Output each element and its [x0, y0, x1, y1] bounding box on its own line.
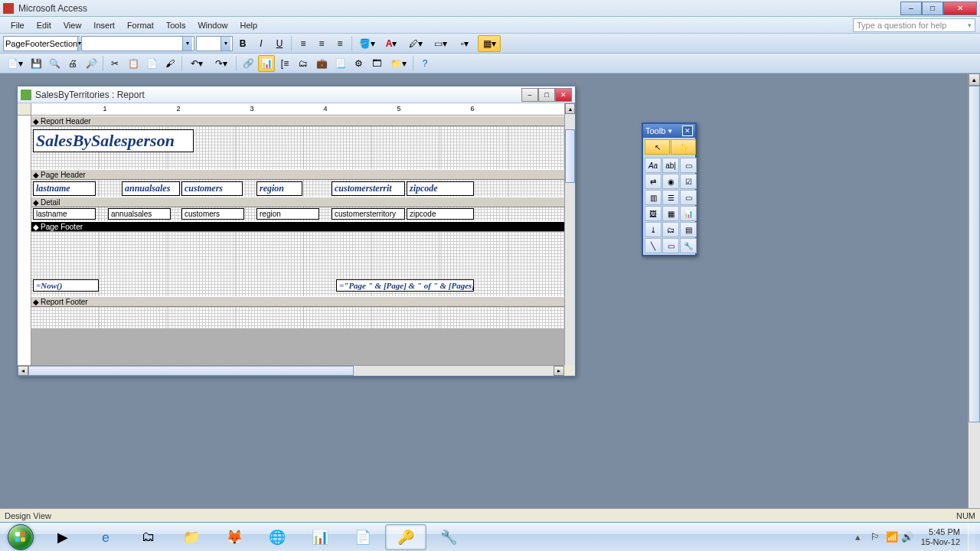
font-size-selector[interactable]: ▾ — [196, 36, 233, 51]
report-minimize-button[interactable]: – — [521, 88, 538, 102]
horizontal-ruler[interactable]: 1 2 3 4 5 6 — [31, 103, 575, 116]
font-name-selector[interactable]: ▾ — [81, 36, 194, 51]
field-customers[interactable]: customers — [181, 208, 244, 220]
report-hscrollbar[interactable]: ◂ ▸ — [18, 365, 564, 376]
tool-checkbox[interactable]: ☑ — [680, 174, 697, 189]
app-vscrollbar[interactable]: ▴ — [968, 73, 980, 510]
code-button[interactable]: 💼 — [313, 55, 330, 72]
report-maximize-button[interactable]: □ — [538, 88, 555, 102]
header-customersterrit[interactable]: customersterrit — [332, 181, 405, 196]
toolbox-titlebar[interactable]: Toolb▼ ✕ — [643, 124, 695, 138]
tool-page-break[interactable]: ⤓ — [645, 222, 662, 237]
tool-unbound-object[interactable]: ▦ — [662, 206, 679, 221]
taskbar-app[interactable]: 🔧 — [428, 524, 469, 550]
italic-button[interactable]: I — [253, 35, 270, 52]
bold-button[interactable]: B — [234, 35, 251, 52]
tray-volume-icon[interactable]: 🔊 — [901, 531, 913, 543]
tray-clock[interactable]: 5:45 PM 15-Nov-12 — [916, 527, 965, 546]
autoformat-button[interactable]: 🗂 — [295, 55, 312, 72]
hscroll-thumb[interactable] — [28, 366, 354, 376]
tray-network-icon[interactable]: 📶 — [886, 531, 898, 543]
report-close-button[interactable]: ✕ — [555, 88, 572, 102]
object-selector[interactable]: PageFooterSection▾ — [3, 36, 80, 51]
section-bar-page-footer[interactable]: ◆Page Footer — [31, 221, 575, 232]
report-title-control[interactable]: SalesBySalesperson — [33, 129, 194, 152]
section-bar-page-header[interactable]: ◆Page Header — [31, 169, 575, 180]
tool-option-button[interactable]: ◉ — [662, 174, 679, 189]
section-bar-report-header[interactable]: ◆Report Header — [31, 116, 575, 126]
copy-button[interactable]: 📋 — [125, 55, 142, 72]
redo-button[interactable]: ↷▾ — [210, 55, 233, 72]
taskbar-firefox[interactable]: 🦊 — [214, 524, 255, 550]
conditional-format-button[interactable]: ▦▾ — [478, 35, 501, 52]
tool-rectangle[interactable]: ▭ — [662, 238, 679, 253]
taskbar-explorer[interactable]: 📁 — [171, 524, 212, 550]
tool-textbox[interactable]: ab| — [662, 158, 679, 173]
tool-tab-control[interactable]: 🗂 — [662, 222, 679, 237]
footer-page[interactable]: ="Page " & [Page] & " of " & [Pages] — [336, 279, 474, 292]
tool-toggle-button[interactable]: ⇄ — [645, 174, 662, 189]
help-search-box[interactable]: Type a question for help ▾ — [853, 18, 975, 32]
menu-edit[interactable]: Edit — [31, 19, 57, 31]
menu-format[interactable]: Format — [121, 19, 160, 31]
taskbar-powerpoint[interactable]: 📊 — [299, 524, 341, 550]
tray-flag-icon[interactable]: 🏳 — [871, 531, 883, 543]
tool-label[interactable]: Aa — [645, 158, 662, 173]
menu-tools[interactable]: Tools — [160, 19, 192, 31]
menu-help[interactable]: Help — [234, 19, 264, 31]
tool-line[interactable]: ╲ — [645, 238, 662, 253]
field-zipcode[interactable]: zipcode — [407, 208, 474, 220]
build-button[interactable]: ⚙ — [350, 55, 367, 72]
header-region[interactable]: region — [256, 181, 302, 196]
close-button[interactable]: ✕ — [943, 2, 977, 15]
vertical-ruler[interactable] — [18, 116, 31, 365]
menu-file[interactable]: File — [5, 19, 31, 31]
report-window-titlebar[interactable]: SalesByTerritories : Report – □ ✕ — [18, 86, 575, 103]
header-annualsales[interactable]: annualsales — [122, 181, 180, 196]
cut-button[interactable]: ✂ — [106, 55, 123, 72]
database-window-button[interactable]: 🗔 — [368, 55, 385, 72]
section-report-header[interactable]: SalesBySalesperson — [31, 126, 575, 169]
menu-view[interactable]: View — [57, 19, 88, 31]
report-vscrollbar[interactable]: ▴ — [564, 103, 575, 365]
app-vscroll-thumb[interactable] — [969, 86, 980, 422]
vscroll-thumb[interactable] — [565, 129, 575, 183]
line-color-button[interactable]: 🖊▾ — [404, 35, 427, 52]
help-button[interactable]: ? — [416, 55, 433, 72]
tool-bound-object[interactable]: 📊 — [680, 206, 697, 221]
taskbar-chrome[interactable]: 🌐 — [256, 524, 298, 550]
print-preview-button[interactable]: 🔎 — [83, 55, 100, 72]
field-lastname[interactable]: lastname — [33, 208, 96, 220]
taskbar-media-player[interactable]: ▶ — [42, 524, 83, 550]
new-object-button[interactable]: 📁▾ — [387, 55, 410, 72]
fill-color-button[interactable]: 🪣▾ — [355, 35, 378, 52]
start-button[interactable] — [0, 523, 41, 552]
view-button[interactable]: 📄▾ — [3, 55, 26, 72]
field-annualsales[interactable]: annualsales — [108, 208, 171, 220]
header-zipcode[interactable]: zipcode — [407, 181, 474, 196]
taskbar-access[interactable]: 🔑 — [385, 524, 426, 550]
section-bar-report-footer[interactable]: ◆Report Footer — [31, 296, 575, 307]
special-effect-button[interactable]: ▫▾ — [453, 35, 476, 52]
tool-subform[interactable]: ▤ — [680, 222, 697, 237]
align-left-button[interactable]: ≡ — [295, 35, 312, 52]
sorting-grouping-button[interactable]: [≡ — [276, 55, 293, 72]
tool-more-controls[interactable]: 🔧 — [680, 238, 697, 253]
tool-select-objects[interactable]: ↖ — [645, 139, 670, 155]
menu-insert[interactable]: Insert — [87, 19, 121, 31]
section-detail[interactable]: lastname annualsales customers region cu… — [31, 207, 575, 221]
tool-command-button[interactable]: ▭ — [680, 190, 697, 205]
tool-option-group[interactable]: ▭ — [680, 158, 697, 173]
app-scroll-up[interactable]: ▴ — [969, 73, 980, 86]
show-desktop-button[interactable] — [968, 523, 975, 552]
tool-image[interactable]: 🖼 — [645, 206, 662, 221]
tool-combobox[interactable]: ▥ — [645, 190, 662, 205]
header-customers[interactable]: customers — [181, 181, 243, 196]
tool-listbox[interactable]: ☰ — [662, 190, 679, 205]
minimize-button[interactable]: – — [900, 2, 922, 15]
scroll-left-button[interactable]: ◂ — [18, 366, 28, 376]
scroll-up-button[interactable]: ▴ — [565, 103, 575, 114]
ruler-corner[interactable] — [18, 103, 31, 116]
tray-chevron-icon[interactable]: ▴ — [855, 531, 867, 543]
file-search-button[interactable]: 🔍 — [46, 55, 63, 72]
